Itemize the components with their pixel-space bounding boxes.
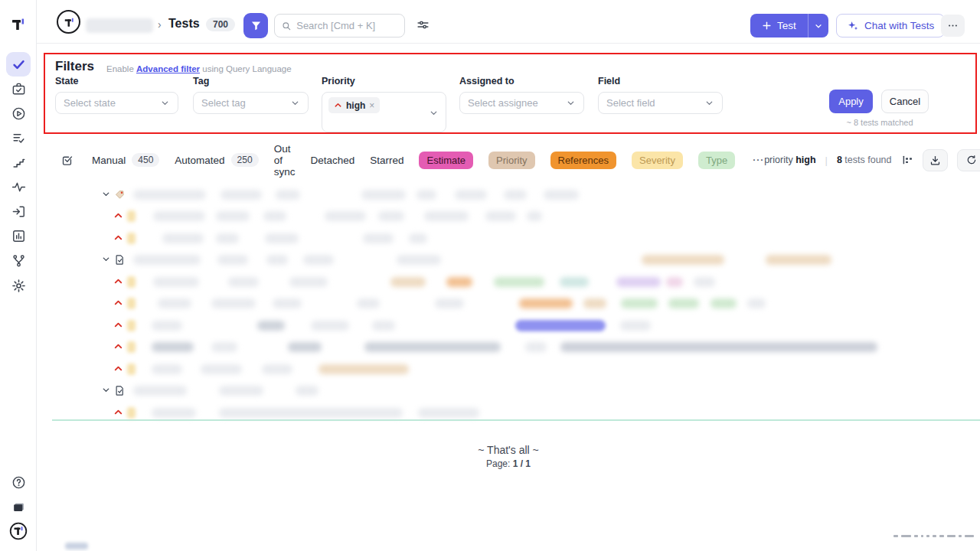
tag-select[interactable]: Select tag — [193, 92, 309, 114]
search-box[interactable] — [274, 14, 405, 37]
redacted-text-blob — [127, 407, 136, 419]
redacted-text-blob — [266, 255, 288, 265]
redacted-blob — [65, 543, 88, 549]
sidebar-item-brand[interactable] — [6, 519, 31, 543]
filter-field-state: State Select state — [55, 76, 178, 114]
redacted-text-blob — [621, 298, 658, 308]
sidebar-item-results[interactable] — [6, 126, 31, 150]
redacted-text-blob — [127, 320, 136, 331]
redacted-text-blob — [216, 211, 250, 221]
sidebar-item-analytics[interactable] — [6, 174, 31, 199]
select-all-checkbox-icon — [60, 154, 74, 167]
chevron-down-icon — [160, 98, 170, 108]
play-circle-icon — [11, 106, 26, 121]
tab-detached[interactable]: Detached — [310, 155, 354, 166]
redacted-text-blob — [127, 233, 136, 244]
sidebar-item-branches[interactable] — [6, 248, 31, 272]
suite-row[interactable] — [37, 385, 980, 397]
sidebar-item-tests[interactable] — [6, 52, 31, 77]
tab-automated[interactable]: Automated250 — [175, 153, 258, 167]
chevron-down-icon[interactable] — [101, 189, 111, 199]
sidebar-item-steps[interactable] — [6, 150, 31, 174]
tab-out-of-sync[interactable]: Out of sync — [274, 143, 296, 178]
redacted-text-blob — [257, 321, 285, 331]
new-test-split-button[interactable]: Test — [750, 14, 828, 37]
download-button[interactable] — [923, 149, 948, 171]
test-row[interactable] — [37, 210, 980, 223]
new-test-dropdown-button[interactable] — [808, 14, 828, 37]
advanced-filter-link[interactable]: Advanced filter — [136, 64, 200, 73]
test-row[interactable] — [37, 341, 980, 354]
redacted-text-blob — [616, 277, 661, 287]
tab-manual[interactable]: Manual450 — [92, 153, 159, 167]
assignee-select[interactable]: Select assignee — [459, 92, 584, 114]
test-row[interactable] — [37, 407, 980, 419]
redacted-text-blob — [262, 364, 292, 374]
test-row[interactable] — [37, 320, 980, 332]
file-icon — [114, 385, 126, 396]
priority-high-icon — [113, 341, 123, 351]
sidebar-item-import[interactable] — [6, 199, 31, 223]
sidebar-item-test-plans[interactable] — [6, 77, 31, 101]
field-label: Field — [598, 76, 723, 86]
badge-priority[interactable]: Priority — [488, 152, 534, 169]
redacted-text-blob — [378, 211, 404, 221]
chevron-down-icon — [566, 98, 576, 108]
redacted-text-blob — [311, 321, 349, 331]
test-row[interactable] — [37, 276, 980, 289]
field-select[interactable]: Select field — [598, 92, 723, 114]
priority-select[interactable]: high × — [322, 92, 446, 132]
reset-button[interactable]: Reset — [957, 149, 980, 171]
sidebar-item-settings[interactable] — [6, 273, 31, 298]
redacted-text-blob — [220, 190, 262, 200]
view-settings-button[interactable] — [416, 19, 430, 35]
project-name-redacted[interactable] — [86, 18, 153, 33]
badge-type[interactable]: Type — [698, 152, 735, 169]
test-row[interactable] — [37, 364, 980, 376]
suite-row[interactable] — [37, 189, 980, 201]
test-tree — [37, 184, 980, 419]
redacted-text-blob — [485, 211, 516, 221]
sidebar-item-projects[interactable] — [6, 494, 31, 519]
refresh-icon — [966, 155, 977, 165]
chat-with-tests-button[interactable]: Chat with Tests — [836, 14, 945, 37]
cancel-button[interactable]: Cancel — [881, 90, 929, 113]
redacted-text-blob — [668, 298, 699, 308]
test-row[interactable] — [37, 298, 980, 310]
chevron-down-icon[interactable] — [101, 385, 111, 395]
state-select[interactable]: Select state — [55, 92, 178, 114]
sidebar-item-help[interactable] — [6, 470, 31, 494]
search-input[interactable] — [296, 20, 397, 31]
tests-count-badge: 700 — [206, 18, 235, 31]
toolbar-more-button[interactable]: ⋯ — [752, 153, 764, 167]
redacted-text-blob — [152, 321, 182, 331]
badge-severity[interactable]: Severity — [632, 152, 683, 169]
remove-chip-icon[interactable]: × — [369, 100, 374, 111]
sidebar-item-runs[interactable] — [6, 101, 31, 126]
chevron-down-icon[interactable] — [101, 254, 111, 264]
redacted-text-blob — [152, 364, 182, 374]
badge-references[interactable]: References — [550, 152, 616, 169]
filter-button[interactable] — [243, 13, 268, 38]
apply-button[interactable]: Apply — [829, 90, 873, 113]
redacted-text-blob — [560, 277, 589, 287]
suite-row[interactable] — [37, 254, 980, 266]
topbar-more-button[interactable] — [941, 15, 965, 37]
priority-high-icon — [334, 101, 342, 109]
sidebar-item-reports[interactable] — [6, 223, 31, 248]
folders-icon — [11, 500, 26, 514]
badge-estimate[interactable]: Estimate — [419, 152, 473, 169]
redacted-text-blob — [694, 277, 715, 287]
divider: | — [825, 155, 828, 166]
tab-starred[interactable]: Starred — [370, 155, 403, 166]
priority-high-chip[interactable]: high × — [328, 97, 380, 113]
project-logo-icon[interactable] — [57, 10, 80, 34]
sparkles-icon — [847, 20, 859, 32]
redacted-text-blob — [357, 298, 380, 308]
select-all-button[interactable] — [60, 154, 74, 167]
topbar: › Tests 700 Test Chat with Tests — [37, 0, 980, 44]
priority-high-icon — [113, 233, 123, 243]
redacted-text-blob — [127, 210, 136, 222]
test-row[interactable] — [37, 233, 980, 245]
tree-view-toggle[interactable] — [901, 154, 913, 166]
